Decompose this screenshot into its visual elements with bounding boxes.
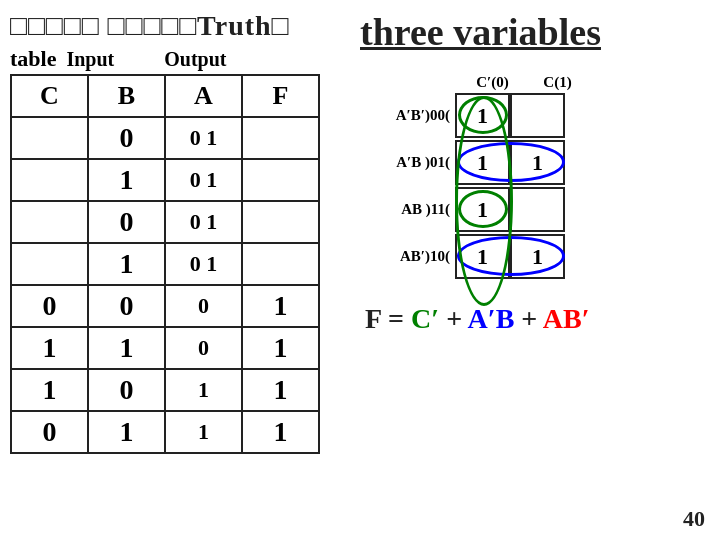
cell: 1 (165, 411, 242, 453)
three-variables-title: three variables (360, 10, 705, 54)
kmap-container: C′(0) C(1) A′B′)00( 1 A′B )01( 1 1 (370, 74, 705, 281)
cell: 1 (165, 369, 242, 411)
cell: 1 (242, 411, 319, 453)
eq-plus2: + (514, 303, 542, 334)
kmap-col-headers: C′(0) C(1) (460, 74, 705, 91)
cell: 0 (165, 285, 242, 327)
kmap-cell-20: 1 (455, 187, 510, 232)
cell (242, 201, 319, 243)
kmap-row-cells-2: 1 (455, 187, 565, 232)
cell: 0 (11, 411, 88, 453)
cell: 1 (11, 327, 88, 369)
cell: 1 (88, 159, 165, 201)
col-header-f: F (242, 75, 319, 117)
equation: F = C′ + A′B + AB′ (365, 303, 705, 335)
kmap-section: three variables C′(0) C(1) A′B′)00( 1 A′… (360, 10, 705, 335)
table-row: 0 1 1 1 (11, 411, 319, 453)
kmap-row-label-1: A′B )01( (370, 154, 455, 171)
eq-abprime: AB′ (543, 303, 590, 334)
kmap-grid-area: A′B′)00( 1 A′B )01( 1 1 (370, 93, 705, 281)
eq-cprime: C′ (411, 303, 439, 334)
cell: 0 1 (165, 159, 242, 201)
table-label: table (10, 46, 56, 72)
cell: 1 (11, 369, 88, 411)
kmap-row-label-2: AB )11( (370, 201, 455, 218)
cell: 1 (88, 411, 165, 453)
cell: 1 (242, 369, 319, 411)
truth-table: C B A F 0 0 1 1 0 1 0 0 1 (10, 74, 320, 454)
kmap-cell-00: 1 (455, 93, 510, 138)
table-row: 1 0 1 1 (11, 369, 319, 411)
cell: 0 (88, 285, 165, 327)
cell: 1 (242, 285, 319, 327)
col-header-c: C (11, 75, 88, 117)
kmap-row-1: A′B )01( 1 1 (370, 140, 705, 185)
table-row: 1 0 1 (11, 243, 319, 285)
kmap-cell-01 (510, 93, 565, 138)
col-header-a: A (165, 75, 242, 117)
kmap-row-cells-0: 1 (455, 93, 565, 138)
cell: 1 (242, 327, 319, 369)
cell: 0 (165, 327, 242, 369)
cell: 0 (88, 117, 165, 159)
kmap-col-header-0: C′(0) (460, 74, 525, 91)
eq-plus1: + (439, 303, 467, 334)
cell: 0 1 (165, 243, 242, 285)
table-header: table Input Output (10, 46, 340, 72)
kmap-row-label-0: A′B′)00( (370, 107, 455, 124)
section-title: □□□□□ □□□□□Truth□ (10, 10, 340, 42)
table-row: 0 0 1 (11, 117, 319, 159)
table-row: 0 0 0 1 (11, 285, 319, 327)
truth-table-section: □□□□□ □□□□□Truth□ table Input Output C B… (10, 10, 340, 454)
kmap-cell-31: 1 (510, 234, 565, 279)
cell: 0 (88, 369, 165, 411)
kmap-row-cells-3: 1 1 (455, 234, 565, 279)
table-row: 0 0 1 (11, 201, 319, 243)
page-number: 40 (683, 506, 705, 532)
kmap-row-3: AB′)10( 1 1 (370, 234, 705, 279)
cell: 0 1 (165, 117, 242, 159)
cell (242, 117, 319, 159)
table-row: 1 1 0 1 (11, 327, 319, 369)
cell (11, 159, 88, 201)
eq-f-equals: F = (365, 303, 411, 334)
cell (11, 243, 88, 285)
cell (11, 117, 88, 159)
output-label: Output (164, 48, 226, 71)
col-header-b: B (88, 75, 165, 117)
kmap-cell-30: 1 (455, 234, 510, 279)
cell: 0 1 (165, 201, 242, 243)
cell: 0 (88, 201, 165, 243)
kmap-cell-11: 1 (510, 140, 565, 185)
cell: 1 (88, 243, 165, 285)
cell (242, 243, 319, 285)
input-label: Input (66, 48, 114, 71)
cell (242, 159, 319, 201)
kmap-row-label-3: AB′)10( (370, 248, 455, 265)
eq-aprimeb: A′B (468, 303, 515, 334)
kmap-row-0: A′B′)00( 1 (370, 93, 705, 138)
cell: 1 (88, 327, 165, 369)
cell: 0 (11, 285, 88, 327)
kmap-cell-21 (510, 187, 565, 232)
kmap-row-2: AB )11( 1 (370, 187, 705, 232)
kmap-cell-10: 1 (455, 140, 510, 185)
cell (11, 201, 88, 243)
kmap-col-header-1: C(1) (525, 74, 590, 91)
table-row: 1 0 1 (11, 159, 319, 201)
kmap-row-cells-1: 1 1 (455, 140, 565, 185)
